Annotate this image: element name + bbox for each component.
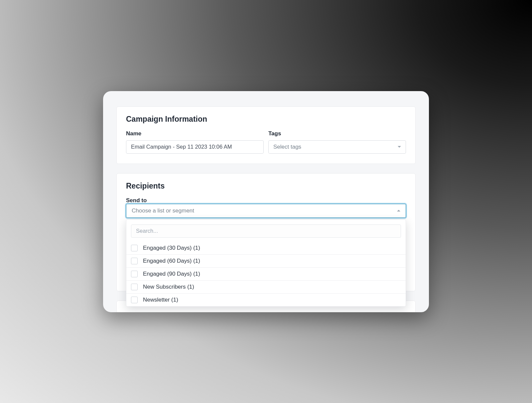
name-input[interactable] xyxy=(126,140,264,154)
tags-label: Tags xyxy=(268,130,406,137)
option-label: Engaged (30 Days) (1) xyxy=(143,245,200,251)
caret-up-icon xyxy=(397,210,400,211)
search-input[interactable] xyxy=(131,224,401,238)
list-item[interactable]: New Subscribers (1) xyxy=(126,280,406,293)
checkbox-icon[interactable] xyxy=(131,245,138,251)
segment-select-trigger[interactable]: Choose a list or segment xyxy=(126,204,406,218)
option-label: Engaged (90 Days) (1) xyxy=(143,271,200,277)
tags-select[interactable]: Select tags xyxy=(268,140,406,154)
list-item[interactable]: Engaged (90 Days) (1) xyxy=(126,267,406,280)
campaign-info-card: Campaign Information Name Tags Select ta… xyxy=(116,106,416,164)
checkbox-icon[interactable] xyxy=(131,258,138,264)
list-item[interactable]: Engaged (30 Days) (1) xyxy=(126,242,406,254)
app-window: Campaign Information Name Tags Select ta… xyxy=(103,91,429,312)
caret-down-icon xyxy=(398,146,401,148)
segment-dropdown-panel: Engaged (30 Days) (1) Engaged (60 Days) … xyxy=(126,219,406,307)
option-label: Engaged (60 Days) (1) xyxy=(143,258,200,264)
checkbox-icon[interactable] xyxy=(131,284,138,290)
name-field: Name xyxy=(126,130,264,154)
name-label: Name xyxy=(126,130,264,137)
segment-select: Choose a list or segment Engaged (30 Day… xyxy=(126,204,406,218)
option-list: Engaged (30 Days) (1) Engaged (60 Days) … xyxy=(126,242,406,306)
option-label: New Subscribers (1) xyxy=(143,284,194,290)
option-label: Newsletter (1) xyxy=(143,297,178,303)
segment-select-placeholder: Choose a list or segment xyxy=(132,207,194,214)
search-wrapper xyxy=(126,224,406,242)
campaign-info-row: Name Tags Select tags xyxy=(126,130,406,154)
checkbox-icon[interactable] xyxy=(131,271,138,277)
checkbox-icon[interactable] xyxy=(131,297,138,303)
list-item[interactable]: Newsletter (1) xyxy=(126,293,406,306)
tags-placeholder: Select tags xyxy=(273,144,301,150)
campaign-info-title: Campaign Information xyxy=(126,115,406,124)
recipients-card: Recipients Send to Choose a list or segm… xyxy=(116,173,416,291)
send-to-label: Send to xyxy=(126,197,147,203)
recipients-title: Recipients xyxy=(126,182,406,191)
tags-field: Tags Select tags xyxy=(268,130,406,154)
list-item[interactable]: Engaged (60 Days) (1) xyxy=(126,254,406,267)
